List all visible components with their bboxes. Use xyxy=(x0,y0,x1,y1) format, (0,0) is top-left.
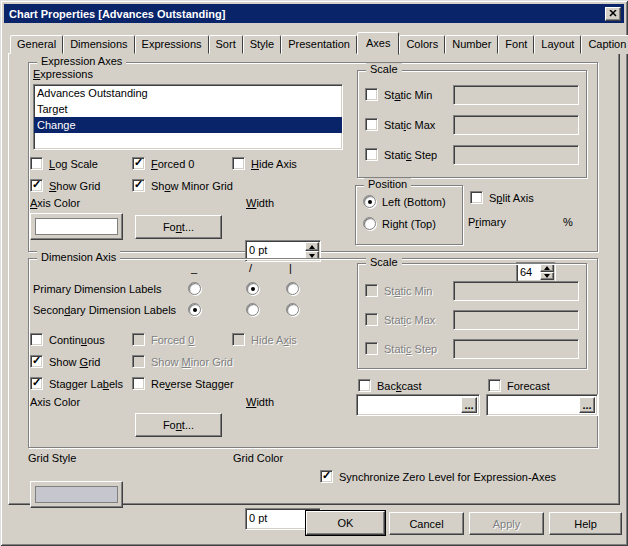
checkbox-box xyxy=(365,284,378,297)
spin-up-button[interactable] xyxy=(305,242,319,251)
radio-circle xyxy=(286,282,299,295)
primary-label: Primary xyxy=(468,216,506,228)
grid-color-label: Grid Color xyxy=(233,452,283,464)
expressions-label: Expressions xyxy=(33,68,93,80)
backcast-field[interactable]: ... xyxy=(356,394,480,416)
tab-expressions[interactable]: Expressions xyxy=(135,35,209,54)
tab-general[interactable]: General xyxy=(10,35,63,54)
primary-dim-radio-bar[interactable] xyxy=(286,282,299,295)
ok-button[interactable]: OK xyxy=(306,511,385,535)
width-label: Width xyxy=(246,197,274,209)
dim-font-button[interactable]: Font... xyxy=(135,413,222,437)
radio-circle xyxy=(286,303,299,316)
close-button[interactable] xyxy=(605,7,621,21)
dim-static-min-field xyxy=(453,281,579,301)
width-value: 0 pt xyxy=(249,244,267,256)
color-swatch xyxy=(35,218,118,235)
expressions-listbox[interactable]: Advances Outstanding Target Change xyxy=(33,84,343,150)
radio-circle xyxy=(188,282,201,295)
primary-dim-radio-underscore[interactable] xyxy=(188,282,201,295)
checkbox-box xyxy=(365,148,378,161)
static-max-field[interactable] xyxy=(453,115,579,135)
secondary-dim-radio-bar[interactable] xyxy=(286,303,299,316)
checkbox-box xyxy=(30,157,43,170)
tab-layout[interactable]: Layout xyxy=(534,35,581,54)
list-item[interactable]: Advances Outstanding xyxy=(34,85,342,101)
dim-static-step-field xyxy=(453,339,579,359)
static-step-checkbox[interactable]: Static Step xyxy=(365,148,437,161)
checkbox-box xyxy=(358,379,371,392)
dim-width-value: 0 pt xyxy=(249,512,267,524)
column-header-slash: / xyxy=(249,262,252,274)
radio-circle xyxy=(188,303,201,316)
position-group: Position xyxy=(355,185,463,245)
secondary-dim-radio-slash[interactable] xyxy=(246,303,259,316)
dim-axis-color-swatch[interactable] xyxy=(30,481,123,508)
backcast-checkbox[interactable]: Backcast xyxy=(358,379,422,392)
grid-style-label: Grid Style xyxy=(28,452,76,464)
static-min-field[interactable] xyxy=(453,85,579,105)
expression-axes-legend: Expression Axes xyxy=(37,55,126,68)
primary-dimension-labels-label: Primary Dimension Labels xyxy=(33,283,161,295)
static-step-field[interactable] xyxy=(453,145,579,165)
checkbox-box xyxy=(232,333,245,346)
checkbox-box xyxy=(232,157,245,170)
axis-color-swatch[interactable] xyxy=(30,213,123,240)
static-min-checkbox[interactable]: Static Min xyxy=(365,88,432,101)
checkbox-box xyxy=(470,191,483,204)
help-button[interactable]: Help xyxy=(549,512,622,535)
show-grid-checkbox[interactable]: Show Grid xyxy=(30,179,100,192)
dim-static-step-checkbox: Static Step xyxy=(365,342,437,355)
tab-dimensions[interactable]: Dimensions xyxy=(63,35,134,54)
hide-axis-checkbox[interactable]: Hide Axis xyxy=(232,157,297,170)
tab-axes[interactable]: Axes xyxy=(357,32,399,55)
tab-presentation[interactable]: Presentation xyxy=(281,35,357,54)
list-item[interactable]: Target xyxy=(34,101,342,117)
forced-zero-checkbox[interactable]: Forced 0 xyxy=(132,157,194,170)
forecast-field[interactable]: ... xyxy=(486,394,598,416)
dim-forced-zero-checkbox: Forced 0 xyxy=(132,333,194,346)
color-swatch xyxy=(35,486,118,503)
checkbox-box xyxy=(132,179,145,192)
position-right-radio[interactable]: Right (Top) xyxy=(363,217,436,230)
radio-circle xyxy=(363,195,376,208)
backcast-browse-button[interactable]: ... xyxy=(461,397,477,413)
reverse-stagger-checkbox[interactable]: Reverse Stagger xyxy=(132,377,234,390)
font-button[interactable]: Font... xyxy=(135,215,222,239)
forecast-checkbox[interactable]: Forecast xyxy=(488,379,550,392)
primary-dim-radio-slash[interactable] xyxy=(246,282,259,295)
forecast-browse-button[interactable]: ... xyxy=(579,397,595,413)
tab-font[interactable]: Font xyxy=(498,35,534,54)
cancel-button[interactable]: Cancel xyxy=(389,512,464,535)
list-item[interactable]: Change xyxy=(34,117,342,133)
stagger-labels-checkbox[interactable]: Stagger Labels xyxy=(30,377,123,390)
tab-number[interactable]: Number xyxy=(445,35,498,54)
tab-style[interactable]: Style xyxy=(243,35,281,54)
checkbox-box xyxy=(30,333,43,346)
dim-static-min-checkbox: Static Min xyxy=(365,284,432,297)
dim-show-grid-checkbox[interactable]: Show Grid xyxy=(30,355,100,368)
show-minor-grid-checkbox[interactable]: Show Minor Grid xyxy=(132,179,233,192)
continuous-checkbox[interactable]: Continuous xyxy=(30,333,105,346)
tab-caption[interactable]: Caption xyxy=(581,35,628,54)
sync-zero-checkbox[interactable]: Synchronize Zero Level for Expression-Ax… xyxy=(320,470,556,483)
tab-sort[interactable]: Sort xyxy=(209,35,243,54)
radio-circle xyxy=(363,217,376,230)
secondary-dimension-labels-label: Secondary Dimension Labels xyxy=(33,304,176,316)
split-axis-checkbox[interactable]: Split Axis xyxy=(470,191,534,204)
log-scale-checkbox[interactable]: Log Scale xyxy=(30,157,98,170)
axis-color-label: Axis Color xyxy=(30,197,80,209)
checkbox-box xyxy=(30,377,43,390)
chart-properties-dialog: Chart Properties [Advances Outstanding] … xyxy=(0,0,628,546)
tab-colors[interactable]: Colors xyxy=(399,35,445,54)
apply-button: Apply xyxy=(469,512,544,535)
radio-circle xyxy=(246,282,259,295)
position-left-radio[interactable]: Left (Bottom) xyxy=(363,195,446,208)
checkbox-box xyxy=(365,118,378,131)
secondary-dim-radio-underscore[interactable] xyxy=(188,303,201,316)
checkbox-box xyxy=(320,470,333,483)
checkbox-box xyxy=(132,355,145,368)
dim-show-minor-grid-checkbox: Show Minor Grid xyxy=(132,355,233,368)
checkbox-box xyxy=(488,379,501,392)
static-max-checkbox[interactable]: Static Max xyxy=(365,118,435,131)
